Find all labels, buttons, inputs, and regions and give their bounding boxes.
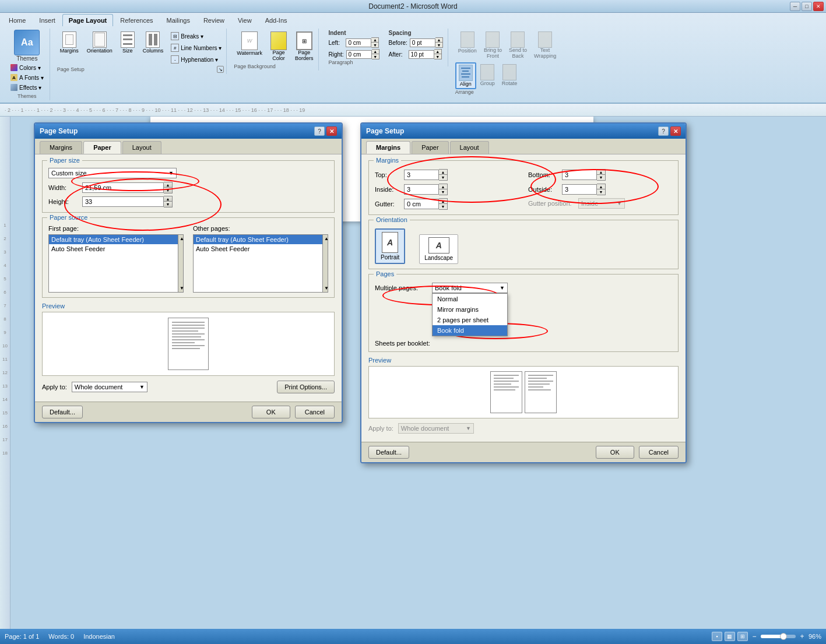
top-down[interactable]: ▼	[439, 175, 447, 180]
first-page-scroll-up[interactable]: ▲	[180, 236, 182, 241]
other-page-item-1[interactable]: Auto Sheet Feeder	[194, 244, 328, 254]
watermark-button[interactable]: W Watermark	[234, 30, 265, 64]
zoom-in-btn[interactable]: +	[798, 632, 806, 641]
left-default-button[interactable]: Default...	[42, 406, 83, 418]
inside-up[interactable]: ▲	[439, 184, 447, 189]
dropdown-2-pages[interactable]: 2 pages per sheet	[433, 315, 507, 325]
size-button[interactable]: Size	[118, 30, 138, 55]
first-page-scroll-down[interactable]: ▼	[180, 286, 182, 291]
dropdown-normal[interactable]: Normal	[433, 294, 507, 304]
rotate-button[interactable]: Rotate	[499, 62, 521, 89]
top-up[interactable]: ▲	[439, 170, 447, 175]
columns-button[interactable]: Columns	[140, 30, 167, 55]
indent-right-up[interactable]: ▲	[372, 50, 379, 54]
dialog-right-close-button[interactable]: ✕	[670, 126, 681, 136]
width-down[interactable]: ▼	[164, 188, 172, 193]
dialog-left-help-button[interactable]: ?	[314, 126, 325, 136]
margins-button[interactable]: Margins	[57, 30, 82, 55]
tab-references[interactable]: References	[114, 14, 159, 26]
first-page-item-1[interactable]: Auto Sheet Feeder	[49, 244, 183, 254]
dialog-left-tab-layout[interactable]: Layout	[122, 141, 161, 154]
bring-to-front-button[interactable]: Bring toFront	[481, 30, 505, 61]
first-page-item-0[interactable]: Default tray (Auto Sheet Feeder)	[49, 235, 183, 244]
indent-left-up[interactable]: ▲	[371, 38, 378, 43]
dialog-right-tab-paper[interactable]: Paper	[412, 141, 448, 154]
tab-mailings[interactable]: Mailings	[160, 14, 196, 26]
breaks-button[interactable]: ⊟ Breaks ▾	[168, 31, 224, 41]
dialog-left-tab-paper[interactable]: Paper	[83, 141, 121, 154]
dropdown-mirror-margins[interactable]: Mirror margins	[433, 304, 507, 315]
inside-down[interactable]: ▼	[439, 189, 447, 195]
right-apply-to-select[interactable]: Whole document ▼	[398, 423, 474, 434]
landscape-orientation[interactable]: A Landscape	[419, 234, 458, 264]
send-to-back-button[interactable]: Send toBack	[506, 30, 530, 61]
dialog-right-help-button[interactable]: ?	[658, 126, 669, 136]
spacing-before-input[interactable]	[410, 38, 435, 47]
inside-input[interactable]	[404, 184, 439, 195]
effects-button[interactable]: Effects ▾	[8, 83, 46, 92]
other-page-scroll-up[interactable]: ▲	[324, 236, 326, 241]
portrait-orientation[interactable]: A Portrait	[375, 228, 405, 264]
spacing-before-up[interactable]: ▲	[435, 38, 442, 43]
indent-right-down[interactable]: ▼	[372, 54, 379, 59]
indent-left-down[interactable]: ▼	[371, 43, 378, 47]
dropdown-book-fold[interactable]: Book fold	[433, 325, 507, 336]
tab-page-layout[interactable]: Page Layout	[62, 14, 113, 26]
bottom-down[interactable]: ▼	[597, 175, 605, 180]
view-print-btn[interactable]: ▦	[725, 632, 735, 641]
close-button[interactable]: ✕	[813, 2, 824, 11]
view-normal-btn[interactable]: ▪	[712, 632, 722, 641]
view-web-btn[interactable]: ⊞	[737, 632, 748, 641]
spacing-after-down[interactable]: ▼	[434, 54, 441, 59]
left-ok-button[interactable]: OK	[252, 406, 290, 418]
dialog-right-tab-layout[interactable]: Layout	[450, 141, 489, 154]
right-cancel-button[interactable]: Cancel	[639, 446, 679, 459]
left-cancel-button[interactable]: Cancel	[295, 406, 335, 418]
spacing-after-input[interactable]	[409, 50, 434, 59]
themes-button-label[interactable]: Themes	[16, 55, 37, 62]
width-input[interactable]	[82, 182, 164, 193]
paper-size-select[interactable]: Custom size ▼	[48, 168, 177, 178]
top-input[interactable]	[404, 170, 439, 180]
tab-review[interactable]: Review	[197, 14, 231, 26]
height-input[interactable]	[82, 196, 164, 207]
right-default-button[interactable]: Default...	[368, 446, 409, 459]
maximize-button[interactable]: □	[802, 2, 812, 11]
page-color-button[interactable]: PageColor	[268, 30, 290, 64]
minimize-button[interactable]: ─	[790, 2, 800, 11]
gutter-down[interactable]: ▼	[439, 204, 447, 209]
left-apply-to-select[interactable]: Whole document ▼	[72, 382, 147, 392]
themes-big-button[interactable]: Aa	[14, 30, 40, 55]
gutter-up[interactable]: ▲	[439, 199, 447, 204]
hyphenation-button[interactable]: - Hyphenation ▾	[168, 54, 224, 65]
page-setup-dialog-launcher[interactable]: ↘	[217, 66, 224, 73]
text-wrapping-button[interactable]: TextWrapping	[531, 30, 559, 61]
zoom-slider[interactable]	[761, 635, 796, 638]
height-down[interactable]: ▼	[164, 202, 172, 207]
align-button[interactable]: Align	[455, 62, 476, 89]
fonts-button[interactable]: A A Fonts ▾	[8, 73, 46, 82]
tab-insert[interactable]: Insert	[33, 14, 62, 26]
print-options-button[interactable]: Print Options...	[277, 381, 335, 393]
spacing-before-down[interactable]: ▼	[435, 43, 442, 47]
other-page-scroll-down[interactable]: ▼	[324, 286, 326, 291]
outside-down[interactable]: ▼	[597, 189, 605, 195]
dialog-left-tab-margins[interactable]: Margins	[40, 141, 82, 154]
outside-input[interactable]	[562, 184, 597, 195]
width-up[interactable]: ▲	[164, 182, 172, 188]
colors-button[interactable]: Colors ▾	[8, 63, 46, 72]
indent-right-input[interactable]	[346, 50, 372, 59]
bottom-input[interactable]	[562, 170, 597, 180]
group-button[interactable]: Group	[477, 62, 498, 89]
bottom-up[interactable]: ▲	[597, 170, 605, 175]
spacing-after-up[interactable]: ▲	[434, 50, 441, 54]
multiple-pages-select[interactable]: Book fold ▼	[432, 283, 508, 293]
dialog-left-close-button[interactable]: ✕	[326, 126, 337, 136]
tab-add-ins[interactable]: Add-Ins	[259, 14, 294, 26]
other-page-item-0[interactable]: Default tray (Auto Sheet Feeder)	[194, 235, 328, 244]
gutter-input[interactable]	[404, 199, 439, 209]
line-numbers-button[interactable]: # Line Numbers ▾	[168, 43, 224, 53]
right-ok-button[interactable]: OK	[596, 446, 634, 459]
indent-left-input[interactable]	[346, 38, 371, 47]
orientation-button[interactable]: Orientation	[84, 30, 115, 55]
